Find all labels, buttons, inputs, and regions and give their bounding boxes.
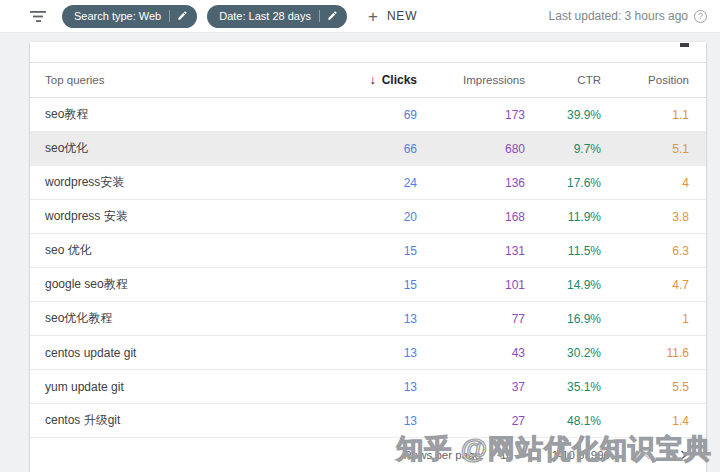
- clicks-cell: 69: [327, 108, 417, 122]
- ctr-cell: 39.9%: [525, 108, 601, 122]
- table-header-row: Top queries ↓Clicks Impressions CTR Posi…: [30, 62, 706, 98]
- clicks-cell: 66: [327, 142, 417, 156]
- impressions-cell: 173: [417, 108, 525, 122]
- ctr-cell: 11.9%: [525, 210, 601, 224]
- table-row[interactable]: google seo教程 15 101 14.9% 4.7: [30, 268, 706, 302]
- date-range-chip[interactable]: Date: Last 28 days: [207, 5, 347, 28]
- chevron-down-icon: [520, 454, 528, 458]
- query-cell[interactable]: wordpress 安装: [45, 208, 327, 225]
- position-cell: 4: [601, 176, 689, 190]
- ctr-cell: 14.9%: [525, 278, 601, 292]
- ctr-cell: 11.5%: [525, 244, 601, 258]
- impressions-cell: 680: [417, 142, 525, 156]
- clicks-header-label: Clicks: [382, 73, 417, 87]
- table-row[interactable]: yum update git 13 37 35.1% 5.5: [30, 370, 706, 404]
- help-icon[interactable]: ?: [694, 10, 707, 23]
- ctr-cell: 16.9%: [525, 312, 601, 326]
- query-cell[interactable]: seo教程: [45, 106, 327, 123]
- query-cell[interactable]: seo优化: [45, 140, 327, 157]
- impressions-cell: 37: [417, 380, 525, 394]
- chip-divider: [319, 10, 320, 22]
- query-cell[interactable]: wordpress安装: [45, 174, 327, 191]
- position-cell: 6.3: [601, 244, 689, 258]
- query-cell[interactable]: centos update git: [45, 346, 327, 360]
- position-cell: 1.1: [601, 108, 689, 122]
- cropped-toolbar-icon: [680, 43, 689, 47]
- table-body: seo教程 69 173 39.9% 1.1 seo优化 66 680 9.7%…: [30, 98, 706, 438]
- impressions-cell: 77: [417, 312, 525, 326]
- clicks-cell: 20: [327, 210, 417, 224]
- ctr-cell: 48.1%: [525, 414, 601, 428]
- query-cell[interactable]: seo优化教程: [45, 310, 327, 327]
- query-cell[interactable]: centos 升级git: [45, 412, 327, 429]
- table-row[interactable]: seo 优化 15 131 11.5% 6.3: [30, 234, 706, 268]
- clicks-cell: 13: [327, 346, 417, 360]
- table-row[interactable]: seo优化 66 680 9.7% 5.1: [30, 132, 706, 166]
- table-row[interactable]: centos 升级git 13 27 48.1% 1.4: [30, 404, 706, 438]
- pencil-icon[interactable]: [327, 10, 338, 23]
- clicks-cell: 13: [327, 380, 417, 394]
- ctr-cell: 17.6%: [525, 176, 601, 190]
- pencil-icon[interactable]: [177, 10, 188, 23]
- rows-per-page-select[interactable]: 10: [500, 449, 528, 461]
- impressions-cell: 168: [417, 210, 525, 224]
- plus-icon: +: [368, 8, 378, 25]
- position-cell: 1.4: [601, 414, 689, 428]
- column-header-position[interactable]: Position: [601, 74, 689, 86]
- impressions-cell: 101: [417, 278, 525, 292]
- date-range-chip-label: Date: Last 28 days: [219, 5, 311, 28]
- query-cell[interactable]: seo 优化: [45, 242, 327, 259]
- table-row[interactable]: seo优化教程 13 77 16.9% 1: [30, 302, 706, 336]
- position-cell: 1: [601, 312, 689, 326]
- clicks-cell: 24: [327, 176, 417, 190]
- column-header-ctr[interactable]: CTR: [525, 74, 601, 86]
- sort-descending-icon: ↓: [369, 73, 375, 87]
- clicks-cell: 13: [327, 312, 417, 326]
- clicks-cell: 15: [327, 244, 417, 258]
- table-row[interactable]: centos update git 13 43 30.2% 11.6: [30, 336, 706, 370]
- column-header-top-queries[interactable]: Top queries: [45, 74, 327, 86]
- table-row[interactable]: seo教程 69 173 39.9% 1.1: [30, 98, 706, 132]
- ctr-cell: 30.2%: [525, 346, 601, 360]
- clicks-cell: 15: [327, 278, 417, 292]
- last-updated: Last updated: 3 hours ago ?: [549, 9, 720, 23]
- chip-divider: [169, 10, 170, 22]
- column-header-impressions[interactable]: Impressions: [417, 74, 525, 86]
- ctr-cell: 35.1%: [525, 380, 601, 394]
- queries-table-card: Top queries ↓Clicks Impressions CTR Posi…: [30, 42, 706, 472]
- new-filter-button[interactable]: + NEW: [368, 8, 417, 25]
- filter-icon[interactable]: [30, 10, 47, 23]
- position-cell: 5.1: [601, 142, 689, 156]
- pagination-range: 1-10 of 996: [552, 449, 610, 461]
- toolbar: Search type: Web Date: Last 28 days + NE…: [0, 0, 720, 33]
- table-row[interactable]: wordpress安装 24 136 17.6% 4: [30, 166, 706, 200]
- search-type-chip-label: Search type: Web: [74, 5, 161, 28]
- impressions-cell: 136: [417, 176, 525, 190]
- clicks-cell: 13: [327, 414, 417, 428]
- last-updated-text: Last updated: 3 hours ago: [549, 9, 688, 23]
- rows-per-page-label: Rows per page:: [403, 449, 484, 461]
- impressions-cell: 27: [417, 414, 525, 428]
- pagination-bar: Rows per page: 10 1-10 of 996: [30, 438, 706, 472]
- position-cell: 3.8: [601, 210, 689, 224]
- position-cell: 4.7: [601, 278, 689, 292]
- previous-page-button[interactable]: [638, 446, 656, 464]
- query-cell[interactable]: google seo教程: [45, 276, 327, 293]
- new-button-label: NEW: [387, 9, 417, 23]
- position-cell: 11.6: [601, 346, 689, 360]
- rows-per-page-value: 10: [500, 449, 513, 461]
- next-page-button[interactable]: [674, 446, 692, 464]
- impressions-cell: 131: [417, 244, 525, 258]
- query-cell[interactable]: yum update git: [45, 380, 327, 394]
- position-cell: 5.5: [601, 380, 689, 394]
- column-header-clicks[interactable]: ↓Clicks: [327, 73, 417, 87]
- ctr-cell: 9.7%: [525, 142, 601, 156]
- search-type-chip[interactable]: Search type: Web: [62, 5, 197, 28]
- impressions-cell: 43: [417, 346, 525, 360]
- table-row[interactable]: wordpress 安装 20 168 11.9% 3.8: [30, 200, 706, 234]
